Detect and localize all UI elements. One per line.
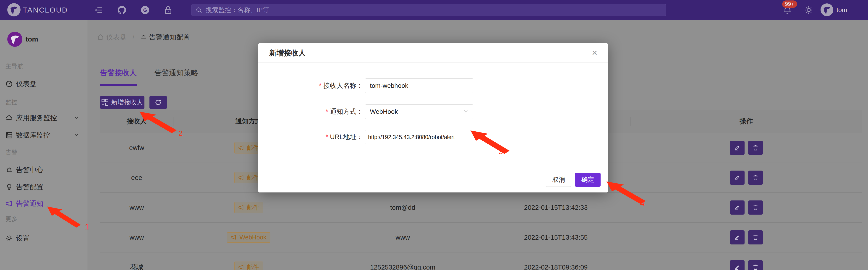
edit-button[interactable]: [730, 141, 745, 155]
field-receiver-name: *接收人名称：: [258, 78, 608, 93]
cancel-button[interactable]: 取消: [546, 173, 571, 187]
megaphone-icon: [238, 175, 244, 180]
app-title: TANCLOUD: [23, 0, 68, 20]
delete-button[interactable]: [748, 230, 763, 244]
sidebar-item-label: 告警配置: [16, 182, 43, 192]
field-label: *接收人名称：: [319, 81, 363, 90]
sidebar-item-alert-center[interactable]: 告警中心: [0, 164, 87, 176]
gear-icon[interactable]: [804, 0, 813, 20]
sidebar-item-settings[interactable]: 设置: [0, 232, 87, 245]
alert-siren-icon: [140, 34, 147, 40]
sidebar: tom 主导航 仪表盘 监控 应用服务监控 数据库监控: [0, 20, 87, 270]
field-notice-method: *通知方式： WebHook: [258, 104, 608, 119]
megaphone-icon: [238, 264, 244, 270]
edit-button[interactable]: [730, 230, 745, 244]
cell-receiver: eee: [100, 163, 173, 193]
sidebar-item-label: 告警通知: [16, 199, 43, 208]
sidebar-item-label: 告警中心: [16, 165, 43, 175]
chevron-down-icon: [74, 114, 79, 122]
field-url: *URL地址：: [258, 130, 608, 144]
megaphone-icon: [231, 234, 237, 240]
sidebar-group-more: 更多: [5, 212, 17, 225]
tab-alert-notice-policy[interactable]: 告警通知策略: [154, 68, 198, 86]
cell-email: tom@dd: [324, 193, 482, 222]
delete-button[interactable]: [748, 141, 763, 155]
pencil-icon: [734, 204, 741, 211]
plus-grid-icon: [101, 99, 108, 106]
refresh-icon: [154, 99, 162, 106]
step-arrow-3: [468, 129, 514, 157]
edit-button[interactable]: [730, 260, 745, 270]
alert-siren-icon: [5, 166, 13, 173]
refresh-button[interactable]: [150, 96, 167, 109]
receiver-name-input[interactable]: [365, 78, 473, 93]
confirm-button[interactable]: 确定: [575, 173, 600, 187]
trash-icon: [752, 144, 759, 151]
field-label: *通知方式：: [326, 107, 363, 116]
chevron-down-icon: [463, 108, 468, 115]
cell-email: 1252532896@qq.com: [324, 252, 482, 270]
table-row: www 邮件 tom@dd 2022-01-15T13:42:33: [100, 193, 862, 223]
required-asterisk: *: [326, 108, 328, 115]
cell-time: 2022-01-15T13:43:55: [482, 223, 630, 252]
sidebar-avatar[interactable]: [7, 32, 22, 47]
gear-icon: [5, 235, 13, 242]
pencil-icon: [734, 234, 741, 241]
trash-icon: [752, 234, 759, 241]
edit-button[interactable]: [730, 200, 745, 214]
trash-icon: [752, 264, 759, 270]
step-label-4: 4: [640, 199, 645, 208]
user-avatar[interactable]: [820, 3, 833, 16]
gitee-icon[interactable]: G: [141, 0, 150, 20]
notification-count-badge: 99+: [782, 0, 797, 8]
search-bar[interactable]: [191, 4, 666, 16]
tab-alert-receivers[interactable]: 告警接收人: [100, 68, 137, 86]
step-label-2: 2: [179, 129, 183, 138]
modal-footer: 取消 确定: [258, 167, 608, 193]
search-input[interactable]: [206, 6, 662, 14]
modal-header: 新增接收人 ✕: [258, 43, 608, 63]
modal-title: 新增接收人: [269, 43, 306, 63]
cell-email: www: [324, 223, 482, 252]
tancloud-logo-icon[interactable]: [7, 3, 21, 16]
cell-receiver: www: [100, 223, 173, 252]
cloud-icon: [5, 114, 13, 122]
delete-button[interactable]: [748, 200, 763, 214]
sidebar-group-main: 主导航: [5, 60, 23, 72]
delete-button[interactable]: [748, 171, 763, 185]
table-row: 花城 邮件 1252532896@qq.com 2022-02-18T09:36…: [100, 252, 862, 270]
pencil-icon: [734, 264, 741, 270]
github-icon[interactable]: [118, 0, 126, 20]
cell-receiver: 花城: [100, 252, 173, 270]
tab-bar: 告警接收人 告警通知策略: [100, 68, 198, 86]
menu-fold-icon[interactable]: [94, 0, 103, 20]
megaphone-icon: [238, 205, 244, 210]
sidebar-item-database-monitor[interactable]: 数据库监控: [0, 129, 87, 142]
megaphone-icon: [238, 145, 244, 151]
url-input[interactable]: [365, 130, 473, 144]
app-root: TANCLOUD G 99+ tom: [0, 0, 868, 270]
breadcrumb-separator: /: [132, 34, 134, 41]
field-label: *URL地址：: [326, 133, 363, 142]
column-divider: [630, 117, 630, 126]
sidebar-item-alert-config[interactable]: 告警配置: [0, 180, 87, 193]
add-receiver-button[interactable]: 新增接收人: [100, 96, 145, 109]
sidebar-item-label: 应用服务监控: [16, 113, 57, 123]
sidebar-group-alert: 告警: [5, 146, 17, 159]
method-badge: 邮件: [234, 262, 263, 270]
col-header-actions: 操作: [630, 110, 862, 133]
sidebar-item-dashboard[interactable]: 仪表盘: [0, 77, 87, 90]
lock-icon[interactable]: [164, 0, 172, 20]
edit-button[interactable]: [730, 171, 745, 185]
delete-button[interactable]: [748, 260, 763, 270]
sidebar-item-app-service-monitor[interactable]: 应用服务监控: [0, 111, 87, 124]
method-badge: 邮件: [234, 202, 263, 213]
table-row: www WebHook www 2022-01-15T13:43:55: [100, 223, 862, 252]
cell-receiver: www: [100, 193, 173, 222]
breadcrumb-home[interactable]: 仪表盘: [97, 33, 127, 42]
notice-method-select[interactable]: WebHook: [365, 104, 473, 119]
close-icon[interactable]: ✕: [590, 48, 600, 58]
top-navbar: TANCLOUD G 99+ tom: [0, 0, 868, 20]
cell-receiver: ewfw: [100, 133, 173, 163]
step-arrow-2: [137, 110, 181, 135]
